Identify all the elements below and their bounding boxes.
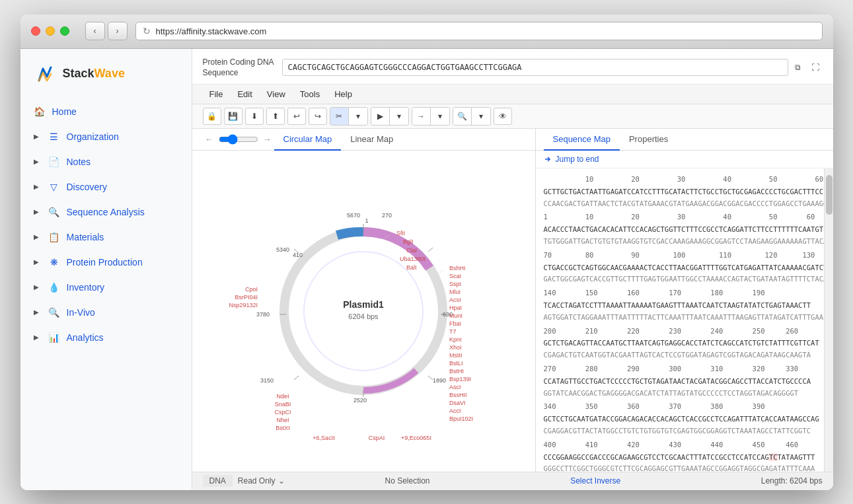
- seq-line-3: CTGACCGCTCAGTGGCAACGAAAACTCACCTTAACGGATT…: [544, 262, 816, 273]
- zoom-slider[interactable]: [219, 134, 258, 145]
- protein-production-icon: ❋: [48, 256, 60, 268]
- inventory-icon: 💧: [48, 281, 60, 293]
- zoom-dropdown-button[interactable]: ▾: [472, 108, 490, 125]
- menu-view[interactable]: View: [260, 87, 292, 101]
- sidebar-item-sequence-analysis[interactable]: ▶ 🔍 Sequence Analysis: [20, 199, 192, 225]
- tab-circular-map[interactable]: Circular Map: [274, 129, 342, 151]
- svg-text:6204 bps: 6204 bps: [348, 312, 379, 320]
- dropdown-icon[interactable]: ⌄: [278, 476, 285, 486]
- sidebar-item-in-vivo[interactable]: ▶ 🔍 In-Vivo: [20, 300, 192, 325]
- sidebar-item-materials[interactable]: ▶ 📋 Materials: [20, 225, 192, 250]
- minimize-button[interactable]: [46, 26, 55, 36]
- in-vivo-icon: 🔍: [48, 306, 60, 318]
- url-text: https://affinity.stackwave.com: [156, 26, 267, 36]
- save-tool-button[interactable]: 💾: [224, 108, 242, 125]
- svg-text:BstHI: BstHI: [449, 368, 464, 375]
- sequence-input[interactable]: [282, 59, 788, 76]
- svg-line-7: [294, 376, 299, 380]
- svg-text:CspAI: CspAI: [369, 435, 385, 441]
- expand-sequence-icon[interactable]: ⛶: [808, 60, 823, 75]
- svg-text:BstXI: BstXI: [276, 425, 290, 431]
- status-type: DNA: [203, 475, 233, 487]
- svg-text:MunI: MunI: [449, 312, 463, 319]
- maximize-button[interactable]: [60, 26, 69, 36]
- back-button[interactable]: ‹: [85, 22, 105, 40]
- refresh-icon: ↻: [143, 26, 151, 36]
- cut-tool-group: ✂ ▾: [330, 107, 368, 126]
- seq-ruler-7: 340 350 360 370 380 390: [544, 401, 816, 412]
- app-window: ‹ › ↻ https://affinity.stackwave.com Sta…: [20, 15, 833, 490]
- tab-sequence-map[interactable]: Sequence Map: [544, 129, 620, 151]
- tab-linear-map[interactable]: Linear Map: [341, 129, 402, 151]
- sidebar-item-notes[interactable]: ▶ 📄 Notes: [20, 149, 192, 174]
- seq-line-1: GCTTGCTGACTAATTGAGATCCATCCTTTGCATACTTCTG…: [544, 186, 816, 198]
- select-inverse-button[interactable]: Select Inverse: [570, 476, 620, 486]
- svg-text:CspCI: CspCI: [274, 409, 291, 415]
- address-bar[interactable]: ↻ https://affinity.stackwave.com: [135, 22, 823, 40]
- svg-text:5340: 5340: [276, 246, 289, 253]
- close-button[interactable]: [31, 26, 40, 36]
- svg-text:410: 410: [293, 252, 303, 258]
- menu-help[interactable]: Help: [328, 87, 359, 101]
- seq-line-6: CCATAGTTGCCTGACTCCCCCTGCTGTAGATAACTACGAT…: [544, 376, 816, 387]
- svg-line-5: [428, 376, 433, 380]
- zoom-tool-button[interactable]: 🔍: [453, 108, 472, 125]
- eye-tool-button[interactable]: 👁: [494, 108, 512, 125]
- svg-text:SspI: SspI: [449, 281, 461, 287]
- copy-sequence-icon[interactable]: ⧉: [791, 60, 805, 75]
- sidebar-item-protein-production[interactable]: ▶ ❋ Protein Production: [20, 250, 192, 275]
- svg-text:BalI: BalI: [406, 264, 417, 271]
- upload-tool-button[interactable]: ⬆: [266, 108, 285, 125]
- svg-text:NheI: NheI: [276, 417, 289, 423]
- svg-text:Bsp139I: Bsp139I: [449, 376, 471, 382]
- sequence-panel: Sequence Map Properties Jump to end: [536, 129, 833, 471]
- pointer-dropdown-button[interactable]: ▾: [390, 108, 408, 125]
- undo-tool-button[interactable]: ↩: [287, 108, 306, 125]
- seq-ruler-3: 70 80 90 100 110 120 130: [544, 250, 816, 261]
- download-tool-button[interactable]: ⬇: [245, 108, 264, 125]
- scrollbar-thumb[interactable]: [826, 175, 833, 215]
- sequence-scroll[interactable]: 10 20 30 40 50 60 GCTTGCTGACTAATTGAGATCC…: [536, 168, 824, 471]
- sidebar-label-home: Home: [52, 106, 178, 117]
- pointer-tool-button[interactable]: ▶: [371, 108, 390, 125]
- map-tabs: ← → Circular Map Linear Map: [192, 129, 535, 151]
- length-label: Length: 6204 bps: [761, 476, 823, 486]
- jump-to-end[interactable]: Jump to end: [536, 151, 833, 168]
- nav-left-icon[interactable]: ←: [203, 135, 216, 144]
- sidebar-item-home[interactable]: 🏠 Home: [20, 99, 192, 124]
- nav-right-icon[interactable]: →: [261, 135, 274, 144]
- menu-edit[interactable]: Edit: [231, 87, 258, 101]
- svg-text:KpnI: KpnI: [449, 336, 462, 343]
- svg-text:BssHII: BssHII: [449, 392, 467, 398]
- redo-tool-button[interactable]: ↪: [309, 108, 327, 125]
- scissors-dropdown-button[interactable]: ▾: [349, 108, 367, 125]
- svg-text:XhoI: XhoI: [449, 344, 462, 351]
- menu-tools[interactable]: Tools: [293, 87, 326, 101]
- arrow-dropdown-button[interactable]: ▾: [431, 108, 449, 125]
- svg-text:MstII: MstII: [449, 352, 463, 359]
- menu-bar: File Edit View Tools Help: [192, 85, 833, 104]
- sidebar-item-discovery[interactable]: ▶ ▽ Discovery: [20, 174, 192, 199]
- sidebar-label-materials: Materials: [67, 232, 178, 242]
- arrow-tool-button[interactable]: →: [412, 108, 431, 125]
- forward-button[interactable]: ›: [108, 22, 128, 40]
- nav-buttons: ‹ ›: [85, 22, 128, 40]
- sidebar-item-organization[interactable]: ▶ ☰ Organization: [20, 124, 192, 149]
- svg-point-1: [304, 252, 423, 371]
- seq-line-4: TCACCTAGATCCTTTAAAATTAAAAATGAAGTTTAAATCA…: [544, 300, 816, 311]
- circular-map-svg: Plasmid1 6204 bps 1 630 1890 2520 3150 3…: [218, 166, 509, 456]
- sequence-scrollbar[interactable]: [824, 168, 833, 471]
- svg-text:HpaI: HpaI: [449, 305, 462, 311]
- scissors-tool-button[interactable]: ✂: [330, 108, 349, 125]
- sidebar-item-inventory[interactable]: ▶ 💧 Inventory: [20, 275, 192, 300]
- notes-icon: 📄: [48, 156, 60, 168]
- arrow-tool-group: → ▾: [412, 107, 450, 126]
- svg-text:270: 270: [382, 212, 392, 219]
- lock-tool-button[interactable]: 🔒: [203, 108, 221, 125]
- svg-line-3: [428, 248, 433, 252]
- tab-properties[interactable]: Properties: [620, 129, 677, 151]
- zoom-tool-group: 🔍 ▾: [453, 107, 491, 126]
- menu-file[interactable]: File: [203, 87, 230, 101]
- jump-label: Jump to end: [556, 155, 599, 164]
- sidebar-item-analytics[interactable]: ▶ 📊 Analytics: [20, 325, 192, 350]
